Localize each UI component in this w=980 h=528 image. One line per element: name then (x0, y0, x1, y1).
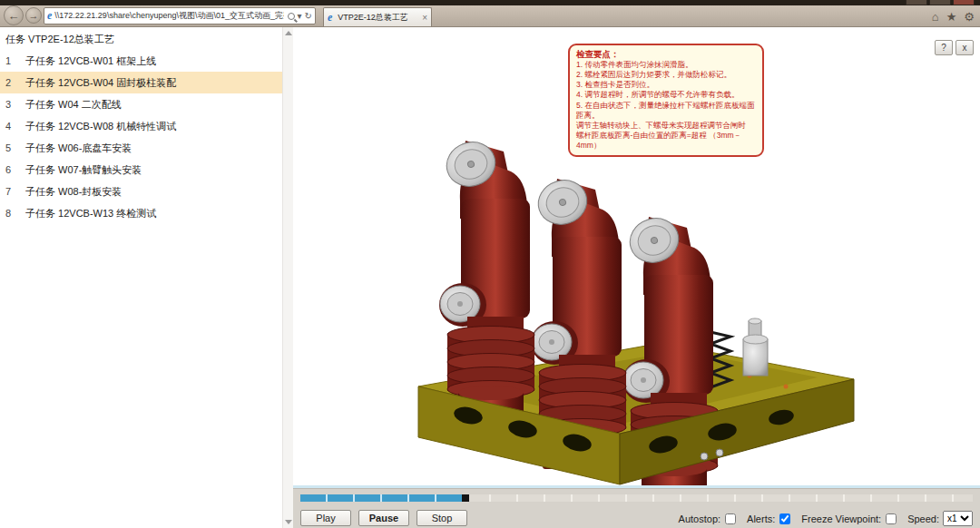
task-label: 子任务 W08-封板安装 (25, 185, 122, 199)
autostop-checkbox[interactable] (725, 513, 736, 524)
task-label: 子任务 12VCB-W04 固封极柱装配 (25, 76, 176, 90)
speed-select[interactable]: x1 (943, 511, 973, 526)
note-line: 4. 调节超程时，所调节的螺母不允许带有负载。 (576, 90, 756, 100)
task-item-1[interactable]: 1 子任务 12VCB-W01 框架上线 (0, 50, 282, 72)
task-number: 4 (0, 121, 25, 132)
breaker-model-svg (391, 116, 865, 486)
viewer-help-button[interactable]: ? (935, 40, 953, 55)
task-label: 子任务 W07-触臂触头安装 (25, 163, 142, 177)
task-panel-header: 任务 VTP2E-12总装工艺 (0, 27, 282, 50)
address-bar[interactable]: e \\172.22.21.29\share\chenyupeng\视图\动画\… (44, 7, 316, 24)
viewer-3d[interactable]: ? x 检查要点： 1. 传动零件表面均匀涂抹润滑脂。 2. 螺栓紧固后达到力矩… (293, 27, 980, 528)
timeline-fill (300, 494, 462, 502)
task-item-3[interactable]: 3 子任务 W04 二次配线 (0, 93, 282, 115)
stop-button[interactable]: Stop (416, 510, 467, 526)
viewer-close-button[interactable]: x (956, 40, 974, 55)
task-number: 5 (0, 142, 25, 153)
back-icon: ← (8, 9, 20, 23)
note-title: 检查要点： (576, 49, 756, 60)
task-item-5[interactable]: 5 子任务 W06-底盘车安装 (0, 137, 282, 159)
task-number: 3 (0, 99, 25, 110)
task-number: 7 (0, 186, 25, 197)
note-line: 3. 检查挡卡是否到位。 (576, 80, 756, 90)
scroll-down-icon[interactable] (285, 520, 292, 524)
task-panel: 任务 VTP2E-12总装工艺 1 子任务 12VCB-W01 框架上线 2 子… (0, 27, 282, 528)
task-item-7[interactable]: 7 子任务 W08-封板安装 (0, 181, 282, 202)
url-text[interactable]: \\172.22.21.29\share\chenyupeng\视图\动画\01… (54, 10, 283, 22)
back-button[interactable]: ← (4, 5, 24, 25)
tab-favicon-icon: e (328, 11, 332, 24)
pause-button[interactable]: Pause (358, 510, 409, 526)
freeze-viewpoint-checkbox[interactable] (886, 513, 897, 524)
timeline-track[interactable] (300, 494, 973, 502)
task-label: 子任务 12VCB-W13 终检测试 (25, 207, 156, 220)
search-icon[interactable] (288, 13, 295, 20)
task-item-2-active[interactable]: 2 子任务 12VCB-W04 固封极柱装配 (0, 72, 282, 93)
task-number: 2 (0, 77, 25, 88)
task-label: 子任务 12VCB-W01 框架上线 (25, 54, 156, 68)
browser-chrome: ← → e \\172.22.21.29\share\chenyupeng\视图… (0, 5, 980, 27)
task-number: 6 (0, 164, 25, 175)
note-line: 螺杆距底板距离-自由位置的距离=超程 （3mm－4mm） (576, 131, 756, 151)
settings-gear-icon[interactable]: ⚙ (964, 10, 975, 24)
task-label: 子任务 12VCB-W08 机械特性调试 (25, 120, 176, 133)
alerts-label: Alerts: (747, 513, 775, 524)
refresh-icon[interactable]: ↻ (305, 11, 312, 21)
task-number: 1 (0, 55, 25, 66)
note-line: 2. 螺栓紧固后达到力矩要求，并做防松标记。 (576, 70, 756, 80)
task-item-4[interactable]: 4 子任务 12VCB-W08 机械特性调试 (0, 115, 282, 137)
inspection-note-callout: 检查要点： 1. 传动零件表面均匀涂抹润滑脂。 2. 螺栓紧固后达到力矩要求，并… (568, 44, 764, 157)
speed-label: Speed: (907, 513, 939, 524)
freeze-viewpoint-label: Freeze Viewpoint: (801, 513, 881, 524)
pole-1 (439, 136, 534, 431)
tab-close-icon[interactable]: × (422, 13, 427, 23)
note-line: 5. 在自由状态下，测量绝缘拉杆下端螺杆距底板端面距离。 (576, 101, 756, 121)
breaker-3d-model[interactable] (391, 116, 865, 486)
page-favicon-icon: e (47, 9, 52, 23)
forward-icon: → (29, 10, 39, 21)
forward-button[interactable]: → (25, 7, 42, 24)
task-label: 子任务 W04 二次配线 (25, 98, 122, 112)
autostop-label: Autostop: (679, 513, 720, 524)
timeline-marker[interactable] (462, 494, 469, 502)
play-button[interactable]: Play (300, 510, 351, 526)
task-label: 子任务 W06-底盘车安装 (25, 142, 132, 155)
task-number: 8 (0, 208, 25, 219)
alerts-checkbox[interactable] (779, 513, 790, 524)
browser-tab[interactable]: e VTP2E-12总装工艺 × (323, 7, 432, 26)
playback-bar: Play Pause Stop Autostop: Alerts: Freeze… (293, 488, 980, 528)
task-item-8[interactable]: 8 子任务 12VCB-W13 终检测试 (0, 202, 282, 224)
task-panel-scrollbar[interactable] (282, 27, 293, 528)
favorites-star-icon[interactable]: ★ (946, 10, 957, 24)
note-line: 1. 传动零件表面均匀涂抹润滑脂。 (576, 60, 756, 70)
autocomplete-dropdown-icon[interactable]: ▾ (298, 11, 302, 21)
task-item-6[interactable]: 6 子任务 W07-触臂触头安装 (0, 159, 282, 181)
note-line: 调节主轴转动块上、下螺母来实现超程调节合闸时 (576, 121, 756, 131)
scroll-up-icon[interactable] (285, 31, 292, 35)
home-icon[interactable]: ⌂ (932, 10, 939, 24)
tab-title: VTP2E-12总装工艺 (338, 12, 419, 24)
